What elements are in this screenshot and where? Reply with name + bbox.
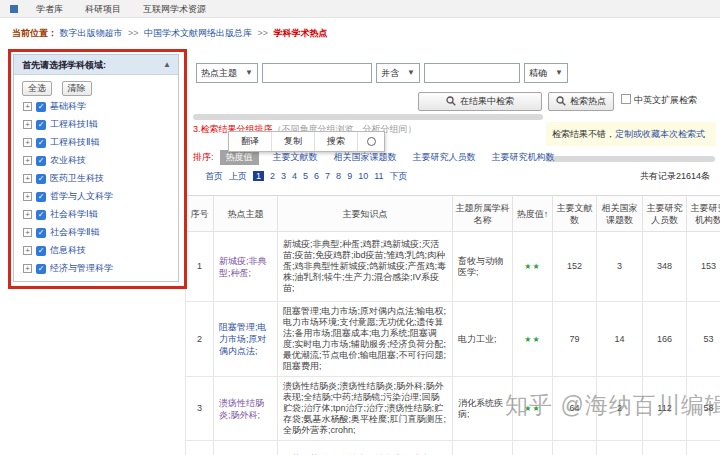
sort-option-0[interactable]: 主要文献数 — [273, 152, 318, 162]
expand-plus-icon[interactable]: + — [23, 246, 32, 255]
pagination-first[interactable]: 首页 — [205, 171, 223, 181]
top-nav-item-0[interactable]: 学者库 — [36, 0, 63, 18]
expand-plus-icon[interactable]: + — [23, 210, 32, 219]
bilingual-extend-option[interactable]: 中英文扩展检索 — [621, 94, 697, 107]
breadcrumb-link-database[interactable]: 中国学术文献网络出版总库 — [144, 28, 252, 38]
sort-option-2[interactable]: 主要研究人员数 — [413, 152, 476, 162]
pagination-page[interactable]: 7 — [325, 171, 330, 181]
subject-checkbox[interactable]: ✓ — [36, 228, 46, 238]
page: 学者库科研项目互联网学术资源 当前位置： 数字出版物超市 >> 中国学术文献网络… — [0, 0, 720, 455]
search-operator-select[interactable]: 并含▼ — [376, 63, 420, 83]
search-in-results-button[interactable]: 在结果中检索 — [418, 92, 542, 111]
expand-plus-icon[interactable]: + — [23, 228, 32, 237]
hot-topic-link[interactable]: 阻塞管理;电力市场;原对偶内点法; — [219, 321, 272, 357]
sort-option-1[interactable]: 相关国家课题数 — [334, 152, 397, 162]
sidebar-item-subject[interactable]: +✓工程科技Ⅱ辑 — [23, 135, 178, 152]
cell-knowledge: 溃疡性结肠炎;溃疡性结肠炎;肠外科;肠外表现;全结肠;中药;结肠镜;污染治理;回… — [278, 377, 453, 441]
search-match-select[interactable]: 精确▼ — [524, 63, 568, 83]
sidebar-item-subject[interactable]: +✓社会科学Ⅰ辑 — [23, 207, 178, 224]
clear-button[interactable]: 清除 — [62, 81, 92, 96]
column-header[interactable]: 序号 — [186, 196, 214, 232]
total-records: 共有记录21614条 — [560, 170, 710, 183]
column-header[interactable]: 热度值↑ — [513, 196, 553, 232]
expand-plus-icon[interactable]: + — [23, 192, 32, 201]
search-icon — [556, 96, 566, 106]
search-hotspot-button[interactable]: 检索热点 — [548, 92, 614, 111]
pagination-page[interactable]: 3 — [281, 171, 286, 181]
hot-topic-link[interactable]: 溃疡性结肠炎;肠外科; — [219, 397, 272, 421]
pagination-page[interactable]: 6 — [314, 171, 319, 181]
select-all-button[interactable]: 全选 — [22, 81, 52, 96]
subject-label: 经济与管理科学 — [50, 263, 113, 273]
pagination-page-current[interactable]: 1 — [253, 171, 264, 181]
sidebar-item-subject[interactable]: +✓医药卫生科技 — [23, 171, 178, 188]
pagination-page[interactable]: 2 — [270, 171, 275, 181]
pagination-page[interactable]: 9 — [347, 171, 352, 181]
column-header[interactable]: 主要研究机构数 — [687, 196, 720, 232]
expand-plus-icon[interactable]: + — [23, 174, 32, 183]
site-logo-icon — [10, 5, 18, 13]
pagination-page[interactable]: 11 — [374, 171, 383, 181]
sort-active-heat[interactable]: 热度值 — [220, 150, 259, 165]
heat-stars: ★★ — [524, 335, 540, 344]
sidebar-item-subject[interactable]: +✓信息科技 — [23, 243, 178, 260]
column-header[interactable]: 主要文献数 — [553, 196, 597, 232]
expand-plus-icon[interactable]: + — [23, 102, 32, 111]
subject-checkbox[interactable]: ✓ — [36, 174, 46, 184]
pagination-page[interactable]: 4 — [292, 171, 297, 181]
sidebar-item-subject[interactable]: +✓基础科学 — [23, 99, 178, 116]
copy-button[interactable]: 复制 — [272, 132, 315, 151]
expand-plus-icon[interactable]: + — [23, 264, 32, 273]
search-input-2[interactable] — [424, 63, 520, 83]
subject-checkbox[interactable]: ✓ — [36, 264, 46, 274]
search-field-select[interactable]: 热点主题▼ — [196, 63, 258, 83]
breadcrumb-link-market[interactable]: 数字出版物超市 — [60, 28, 123, 38]
cell-topic — [214, 441, 278, 455]
subject-checkbox[interactable]: ✓ — [36, 210, 46, 220]
subject-checkbox[interactable]: ✓ — [36, 156, 46, 166]
column-header[interactable]: 主要知识点 — [278, 196, 453, 232]
bilingual-extend-label: 中英文扩展检索 — [634, 95, 697, 105]
subject-label: 工程科技Ⅰ辑 — [50, 119, 98, 129]
expand-plus-icon[interactable]: + — [23, 138, 32, 147]
sidebar-item-subject[interactable]: +✓工程科技Ⅰ辑 — [23, 117, 178, 134]
search-icon — [446, 96, 456, 106]
top-nav-item-2[interactable]: 互联网学术资源 — [143, 0, 206, 18]
pagination-page[interactable]: 5 — [303, 171, 308, 181]
column-header[interactable]: 相关国家课题数 — [597, 196, 643, 232]
top-nav-item-1[interactable]: 科研项目 — [85, 0, 121, 18]
column-header[interactable]: 主要研究人员数 — [643, 196, 687, 232]
top-nav: 学者库科研项目互联网学术资源 — [36, 0, 228, 18]
pagination-page[interactable]: 8 — [336, 171, 341, 181]
sort-option-3[interactable]: 主要研究机构数 — [492, 152, 555, 162]
collapse-arrow-icon[interactable]: ▲ — [163, 55, 171, 75]
sidebar-item-subject[interactable]: +✓社会科学Ⅱ辑 — [23, 225, 178, 242]
cell-topic: 溃疡性结肠炎;肠外科; — [214, 377, 278, 441]
sidebar-item-subject[interactable]: +✓农业科技 — [23, 153, 178, 170]
subject-checkbox[interactable]: ✓ — [36, 246, 46, 256]
pagination-next[interactable]: 下页 — [390, 171, 408, 181]
save-query-link[interactable]: 定制或收藏本次检索式 — [615, 129, 705, 139]
search-selection-button[interactable]: 搜索 — [315, 132, 358, 151]
subject-checkbox[interactable]: ✓ — [36, 192, 46, 202]
sidebar-item-subject[interactable]: +✓哲学与人文科学 — [23, 189, 178, 206]
column-header[interactable]: 主题所属学科名称 — [453, 196, 513, 232]
column-header[interactable]: 热点主题 — [214, 196, 278, 232]
watermark: 知乎 @海纳百川编辑 — [505, 390, 720, 421]
subject-filter-panel: 首先请选择学科领域: ▲ 全选 清除 +✓基础科学+✓工程科技Ⅰ辑+✓工程科技Ⅱ… — [13, 54, 179, 282]
chevron-down-icon: ▼ — [555, 64, 563, 82]
subject-checkbox[interactable]: ✓ — [36, 102, 46, 112]
pagination-page[interactable]: 10 — [358, 171, 368, 181]
bilingual-extend-checkbox[interactable] — [621, 94, 631, 104]
sidebar-item-subject[interactable]: +✓经济与管理科学 — [23, 261, 178, 278]
expand-plus-icon[interactable]: + — [23, 120, 32, 129]
hot-topic-link[interactable]: 新城疫;非典型;种蛋; — [219, 255, 272, 279]
expand-plus-icon[interactable]: + — [23, 156, 32, 165]
translate-button[interactable]: 翻译 — [229, 132, 272, 151]
subject-checkbox[interactable]: ✓ — [36, 138, 46, 148]
pagination-prev[interactable]: 上页 — [229, 171, 247, 181]
more-circle-icon[interactable] — [358, 132, 384, 151]
search-input-1[interactable] — [262, 63, 372, 83]
heat-stars: ★★ — [524, 262, 540, 271]
subject-checkbox[interactable]: ✓ — [36, 120, 46, 130]
